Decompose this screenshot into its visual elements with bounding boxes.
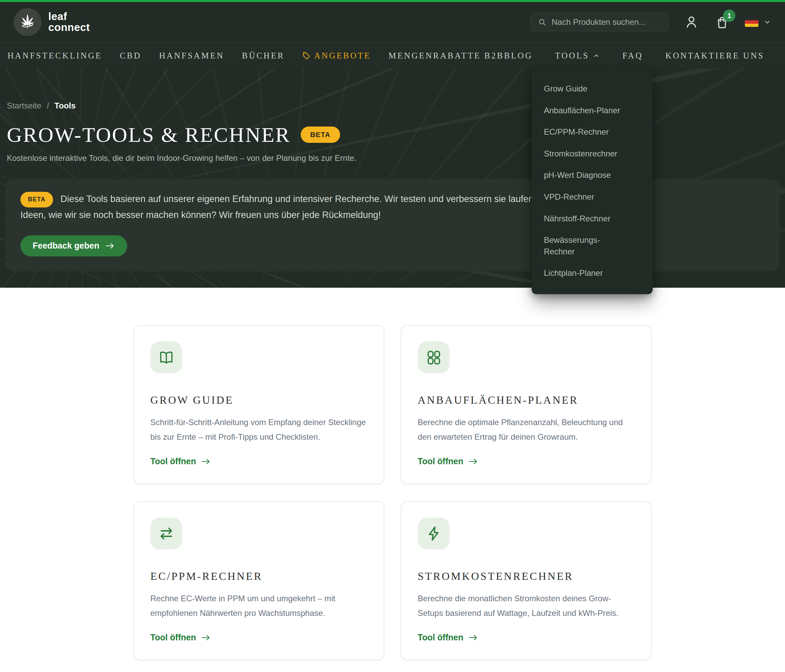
tool-card-title: GROW GUIDE xyxy=(150,394,367,406)
tool-card-anbauflaechen-planer: ANBAUFLÄCHEN-PLANER Berechne die optimal… xyxy=(401,325,652,484)
arrow-right-icon xyxy=(468,634,478,642)
tool-open-link-label: Tool öffnen xyxy=(418,456,463,466)
menu-item-grow-guide[interactable]: Grow Guide xyxy=(532,78,653,100)
menu-item-ec-ppm-rechner[interactable]: EC/PPM-Rechner xyxy=(532,121,653,143)
tool-card-description: Schritt-für-Schritt-Anleitung vom Empfan… xyxy=(150,415,367,444)
nav-item-buecher[interactable]: BÜCHER xyxy=(242,51,285,61)
icon-tile xyxy=(150,517,182,550)
site-header: leaf connect 1 xyxy=(0,2,785,42)
menu-item-vpd-rechner[interactable]: VPD-Rechner xyxy=(532,186,653,208)
nav-item-mengenrabatte-b2b[interactable]: MENGENRABATTE B2B xyxy=(388,51,504,61)
page-title: GROW-TOOLS & RECHNER xyxy=(7,124,291,145)
menu-item-stromkostenrechner[interactable]: Stromkostenrechner xyxy=(532,143,653,165)
nav-item-hanfstecklinge[interactable]: HANFSTECKLINGE xyxy=(8,51,102,61)
nav-item-hanfsamen[interactable]: HANFSAMEN xyxy=(159,51,225,61)
nav-item-tools[interactable]: TOOLS xyxy=(555,51,600,61)
tool-card-description: Rechne EC-Werte in PPM um und umgekehrt … xyxy=(150,591,367,620)
icon-tile xyxy=(418,341,450,374)
hero-section: Startseite / Tools GROW-TOOLS & RECHNER … xyxy=(0,69,785,288)
feedback-button-label: Feedback geben xyxy=(33,241,99,251)
menu-item-bewaesserungs-rechner[interactable]: Bewässerungs-Rechner xyxy=(532,229,653,262)
feedback-button[interactable]: Feedback geben xyxy=(20,235,127,256)
tool-card-stromkostenrechner: STROMKOSTENRECHNER Berechne die monatlic… xyxy=(401,501,652,660)
grid-icon xyxy=(425,349,442,366)
tool-open-link-label: Tool öffnen xyxy=(150,633,196,642)
lightning-icon xyxy=(425,525,442,542)
tool-open-link[interactable]: Tool öffnen xyxy=(418,633,478,642)
open-book-icon xyxy=(158,349,175,366)
nav-item-cbd[interactable]: CBD xyxy=(120,51,141,61)
beta-info-box: BETADiese Tools basieren auf unserer eig… xyxy=(5,179,780,271)
search-input[interactable] xyxy=(552,17,661,27)
menu-item-naehrstoff-rechner[interactable]: Nährstoff-Rechner xyxy=(532,208,653,230)
tool-card-title: STROMKOSTENRECHNER xyxy=(418,570,635,583)
tools-card-grid: GROW GUIDE Schritt-für-Schritt-Anleitung… xyxy=(0,288,785,669)
cannabis-leaf-logo-icon xyxy=(14,8,42,36)
breadcrumb-home-link[interactable]: Startseite xyxy=(7,101,41,111)
menu-item-ph-wert-diagnose[interactable]: pH-Wert Diagnose xyxy=(532,164,653,186)
beta-box-badge: BETA xyxy=(20,192,53,208)
brand-logo[interactable]: leaf connect xyxy=(14,8,90,36)
account-button[interactable] xyxy=(683,14,699,30)
tool-card-title: ANBAUFLÄCHEN-PLANER xyxy=(418,394,635,406)
tool-open-link-label: Tool öffnen xyxy=(418,633,463,642)
tool-card-description: Berechne die optimale Pflanzenanzahl, Be… xyxy=(418,415,635,444)
nav-item-blog[interactable]: BLOG xyxy=(504,51,533,61)
breadcrumb-current: Tools xyxy=(55,101,75,111)
search-box[interactable] xyxy=(530,13,669,31)
tool-open-link[interactable]: Tool öffnen xyxy=(150,633,211,642)
nav-item-tools-label: TOOLS xyxy=(555,51,589,61)
arrow-right-icon xyxy=(201,458,211,466)
menu-item-anbauflaechen-planer[interactable]: Anbauflächen-Planer xyxy=(532,100,653,122)
beta-badge: BETA xyxy=(301,127,340,143)
main-nav: HANFSTECKLINGE CBD HANFSAMEN BÜCHER ANGE… xyxy=(0,42,785,69)
brand-name: leaf connect xyxy=(48,11,90,33)
tag-icon xyxy=(302,52,311,60)
language-selector[interactable] xyxy=(745,17,771,27)
breadcrumb: Startseite / Tools xyxy=(7,101,778,111)
beta-text-line2: Ideen, wie wir sie noch besser machen kö… xyxy=(20,210,381,220)
cart-count-badge: 1 xyxy=(723,9,735,22)
tool-card-grow-guide: GROW GUIDE Schritt-für-Schritt-Anleitung… xyxy=(133,325,384,484)
icon-tile xyxy=(418,517,450,550)
tool-card-title: EC/PPM-RECHNER xyxy=(150,570,367,583)
icon-tile xyxy=(150,341,182,374)
arrow-right-icon xyxy=(201,634,211,642)
arrow-right-icon xyxy=(105,242,115,250)
search-icon xyxy=(538,18,547,27)
nav-item-angebote-label: ANGEBOTE xyxy=(314,51,371,61)
arrow-right-icon xyxy=(468,458,478,466)
tool-card-description: Berechne die monatlichen Stromkosten dei… xyxy=(418,591,635,620)
chevron-down-icon xyxy=(763,18,771,26)
nav-item-kontaktiere-uns[interactable]: KONTAKTIERE UNS xyxy=(665,51,764,61)
germany-flag-icon xyxy=(745,17,758,27)
beta-info-text: BETADiese Tools basieren auf unserer eig… xyxy=(20,192,765,222)
page-subtitle: Kostenlose interaktive Tools, die dir be… xyxy=(7,153,778,163)
menu-item-lichtplan-planer[interactable]: Lichtplan-Planer xyxy=(532,262,653,284)
tool-card-ec-ppm-rechner: EC/PPM-RECHNER Rechne EC-Werte in PPM um… xyxy=(133,501,384,660)
swap-arrows-icon xyxy=(158,525,175,542)
user-icon xyxy=(683,14,699,30)
nav-item-faq[interactable]: FAQ xyxy=(622,51,643,61)
tool-open-link-label: Tool öffnen xyxy=(150,456,196,466)
chevron-up-icon xyxy=(593,52,600,59)
cart-button[interactable]: 1 xyxy=(714,14,730,30)
nav-item-angebote[interactable]: ANGEBOTE xyxy=(302,51,371,61)
tools-dropdown-menu: Grow Guide Anbauflächen-Planer EC/PPM-Re… xyxy=(532,69,653,294)
breadcrumb-separator: / xyxy=(47,101,49,111)
tool-open-link[interactable]: Tool öffnen xyxy=(150,456,211,466)
tool-open-link[interactable]: Tool öffnen xyxy=(418,456,478,466)
